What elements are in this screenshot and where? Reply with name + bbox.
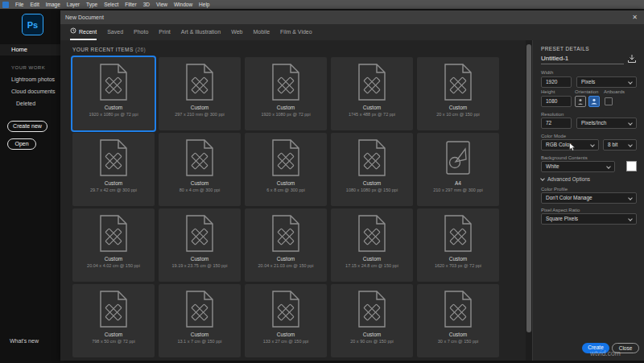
recent-item-dims: 20.04 x 4.02 cm @ 150 ppi: [87, 263, 140, 268]
document-name-field[interactable]: Untitled-1: [541, 53, 624, 64]
chevron-down-icon: [628, 217, 633, 221]
recent-item-name: Custom: [105, 105, 122, 110]
recent-item[interactable]: Custom 798 x 50 cm @ 72 ppi: [72, 284, 155, 357]
sidebar-item-deleted[interactable]: Deleted: [16, 101, 35, 106]
resolution-label: Resolution: [541, 112, 564, 117]
create-new-button[interactable]: Create new: [7, 121, 47, 132]
grid-scrollbar-thumb[interactable]: [526, 44, 531, 332]
recent-item[interactable]: Custom 1080 x 1080 px @ 150 ppi: [331, 133, 413, 206]
tab-mobile[interactable]: Mobile: [253, 24, 270, 40]
resolution-input[interactable]: 72: [541, 118, 572, 129]
recent-item[interactable]: Custom 29.7 x 42 cm @ 300 ppi: [72, 133, 155, 206]
recent-item-name: Custom: [191, 105, 208, 110]
recent-item[interactable]: Custom 133 x 27 cm @ 150 ppi: [245, 284, 327, 357]
bit-depth-dropdown[interactable]: 8 bit: [603, 139, 637, 151]
height-input[interactable]: 1080: [541, 96, 572, 107]
menu-select[interactable]: Select: [104, 0, 118, 9]
recent-item[interactable]: Custom 17.15 x 24.8 cm @ 150 ppi: [331, 208, 413, 282]
menu-filter[interactable]: Filter: [125, 0, 136, 9]
custom-file-icon: [444, 291, 473, 328]
custom-file-icon: [357, 215, 386, 252]
recent-item[interactable]: Custom 1920 x 1080 px @ 72 ppi: [245, 57, 327, 130]
tab-saved[interactable]: Saved: [107, 24, 123, 40]
menu-layer[interactable]: Layer: [67, 0, 80, 9]
tab-photo[interactable]: Photo: [134, 24, 148, 40]
dialog-close-icon[interactable]: ✕: [632, 10, 638, 24]
menu-help[interactable]: Help: [199, 0, 209, 9]
tab-film-video[interactable]: Film & Video: [280, 24, 312, 40]
recent-item-name: Custom: [105, 332, 122, 337]
tab-label: Saved: [107, 24, 123, 40]
menu-view[interactable]: View: [156, 0, 167, 9]
home-sidebar: Ps Home YOUR WORK Lightroom photos Cloud…: [0, 9, 60, 363]
color-mode-label: Color Mode: [541, 134, 566, 138]
preset-details-header: PRESET DETAILS: [541, 46, 589, 52]
open-button[interactable]: Open: [7, 138, 36, 150]
tab-web[interactable]: Web: [231, 24, 242, 40]
orientation-portrait-button[interactable]: [575, 96, 586, 107]
menu-image[interactable]: Image: [46, 0, 60, 9]
recent-item[interactable]: Custom 1920 x 1080 px @ 72 ppi: [72, 57, 155, 130]
width-unit-dropdown[interactable]: Pixels: [576, 76, 637, 88]
portrait-icon: [577, 98, 584, 105]
menu-edit[interactable]: Edit: [30, 0, 39, 9]
menu-file[interactable]: File: [15, 0, 23, 9]
orientation-landscape-button[interactable]: [588, 96, 600, 107]
custom-file-icon: [271, 139, 300, 176]
background-contents-dropdown[interactable]: White: [541, 161, 615, 172]
pixel-aspect-ratio-dropdown[interactable]: Square Pixels: [541, 213, 637, 225]
pixel-aspect-ratio-label: Pixel Aspect Ratio: [541, 208, 580, 212]
custom-file-icon: [444, 64, 473, 101]
sidebar-item-lightroom-photos[interactable]: Lightroom photos: [11, 76, 55, 82]
preset-details-panel: PRESET DETAILS Untitled-1 Width 1920 Pix…: [532, 40, 644, 361]
width-input[interactable]: 1920: [541, 76, 572, 88]
menu-type[interactable]: Type: [86, 0, 97, 9]
sidebar-item-cloud-documents[interactable]: Cloud documents: [11, 89, 55, 94]
recent-item[interactable]: Custom 1745 x 488 px @ 72 ppi: [331, 57, 413, 130]
tab-print[interactable]: Print: [159, 24, 170, 40]
tab-art-illustration[interactable]: Art & Illustration: [181, 24, 221, 40]
new-document-dialog: New Document ✕ RecentSavedPhotoPrintArt …: [60, 10, 644, 361]
tab-label: Web: [231, 24, 242, 40]
recent-item-dims: 13.1 x 7 cm @ 150 ppi: [177, 339, 221, 344]
recent-item-dims: 20.04 x 21.03 cm @ 150 ppi: [258, 263, 314, 268]
recent-item[interactable]: Custom 1620 x 703 px @ 72 ppi: [417, 208, 499, 282]
recent-item-dims: 80 x 4 cm @ 300 ppi: [180, 188, 221, 192]
recent-item-name: Custom: [277, 105, 295, 110]
mouse-cursor: [569, 142, 576, 151]
recent-item-dims: 1620 x 703 px @ 72 ppi: [435, 263, 481, 268]
custom-file-icon: [185, 291, 214, 328]
recent-item[interactable]: Custom 20 x 90 cm @ 150 ppi: [331, 284, 413, 357]
recent-item-dims: 6 x 8 cm @ 300 ppi: [266, 188, 304, 192]
menu-3d[interactable]: 3D: [143, 0, 150, 9]
recent-item[interactable]: Custom 20.04 x 21.03 cm @ 150 ppi: [245, 208, 327, 282]
whats-new-link[interactable]: What's new: [10, 338, 39, 344]
chevron-down-icon: [628, 80, 633, 85]
advanced-options-toggle[interactable]: Advanced Options: [541, 176, 590, 182]
recent-item-name: Custom: [191, 332, 208, 337]
resolution-unit-dropdown[interactable]: Pixels/Inch: [576, 118, 637, 129]
recent-item[interactable]: A4 210 x 297 mm @ 300 ppi: [417, 133, 499, 206]
recent-item-dims: 133 x 27 cm @ 150 ppi: [263, 339, 309, 344]
recent-item[interactable]: Custom 20.04 x 4.02 cm @ 150 ppi: [72, 208, 155, 282]
sidebar-section-your-work: YOUR WORK: [11, 65, 45, 70]
recent-item[interactable]: Custom 30 x 7 cm @ 150 ppi: [417, 284, 499, 357]
recent-item[interactable]: Custom 20 x 10 cm @ 150 ppi: [417, 57, 499, 130]
sidebar-item-home[interactable]: Home: [0, 44, 60, 56]
recent-item[interactable]: Custom 6 x 8 cm @ 300 ppi: [245, 133, 327, 206]
color-profile-dropdown[interactable]: Don't Color Manage: [541, 192, 637, 204]
tab-recent[interactable]: Recent: [70, 24, 97, 40]
grid-scrollbar[interactable]: [526, 40, 532, 361]
custom-file-icon: [357, 291, 386, 328]
save-preset-icon[interactable]: [627, 54, 637, 64]
custom-file-icon: [99, 215, 128, 252]
custom-file-icon: [185, 215, 214, 252]
photoshop-logo: Ps: [22, 14, 43, 35]
artboards-checkbox[interactable]: [605, 97, 613, 105]
background-color-swatch[interactable]: [626, 161, 637, 171]
recent-item[interactable]: Custom 19.19 x 23.75 cm @ 150 ppi: [159, 208, 241, 282]
recent-item[interactable]: Custom 297 x 210 mm @ 300 ppi: [159, 57, 241, 130]
recent-item[interactable]: Custom 80 x 4 cm @ 300 ppi: [159, 133, 241, 206]
recent-item[interactable]: Custom 13.1 x 7 cm @ 150 ppi: [159, 284, 241, 357]
menu-window[interactable]: Window: [174, 0, 192, 9]
